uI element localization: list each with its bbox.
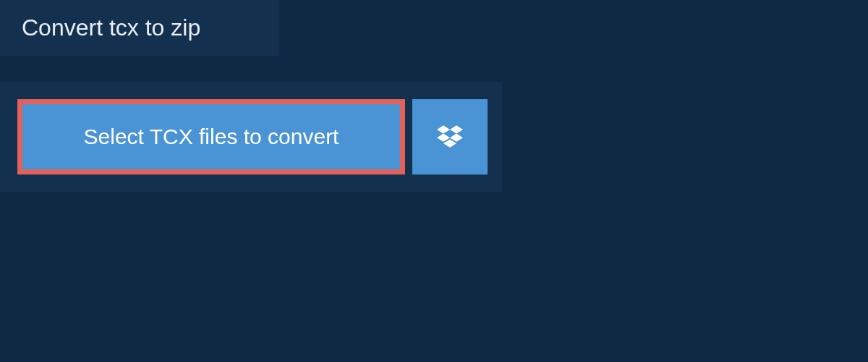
select-button-highlight: Select TCX files to convert (17, 99, 405, 174)
dropbox-button[interactable] (412, 99, 488, 174)
select-files-button[interactable]: Select TCX files to convert (22, 104, 400, 169)
dropbox-icon (437, 124, 463, 150)
page-title: Convert tcx to zip (0, 0, 278, 56)
upload-panel: Select TCX files to convert (0, 82, 502, 192)
